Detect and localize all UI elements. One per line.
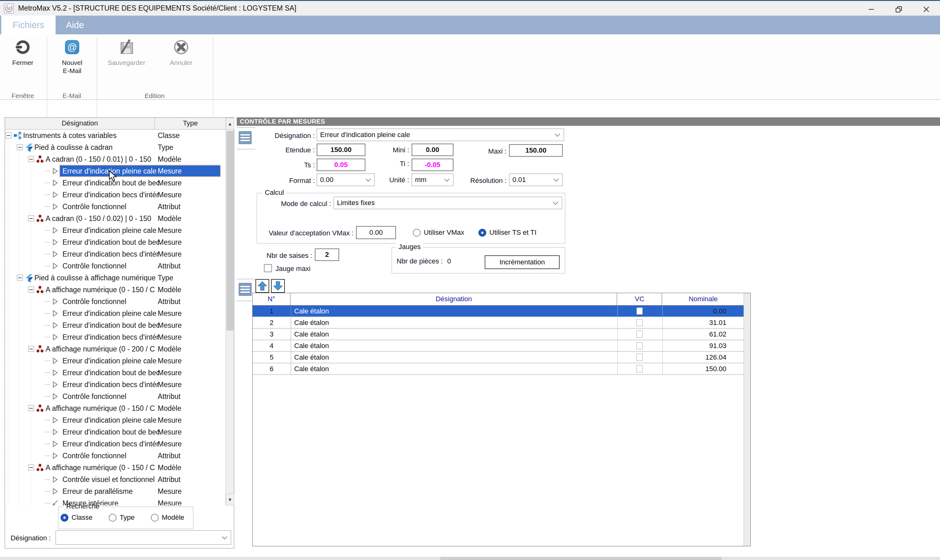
column-vc[interactable]: VC — [617, 293, 662, 306]
tree-row-designation[interactable]: Erreur d'indication pleine cale — [62, 308, 156, 319]
tree-row[interactable]: Mesure intérieureMesure — [5, 497, 226, 505]
nouvel-email-button[interactable]: @ Nouvel E-Mail — [52, 37, 92, 75]
vc-checkbox[interactable] — [636, 342, 643, 349]
cell-nominale[interactable]: 150.00 — [663, 363, 744, 374]
tree-expander-icon[interactable] — [6, 132, 12, 138]
table-row[interactable]: 2Cale étalon31.01 — [253, 317, 744, 329]
tree-row-designation[interactable]: Erreur d'indication becs d'intér — [62, 378, 159, 391]
resolution-combobox[interactable]: 0.01 — [509, 174, 563, 186]
tree-row-designation[interactable]: Pied à coulisse à affichage numérique — [34, 272, 156, 284]
vc-checkbox[interactable] — [636, 319, 643, 326]
recherche-option-type[interactable]: Type — [109, 514, 135, 522]
designation-combobox[interactable]: Erreur d'indication pleine cale — [317, 129, 564, 141]
tree-row-designation[interactable]: A cadran (0 - 150 / 0.02) | 0 - 150 — [46, 212, 151, 225]
tree-row-designation[interactable]: Contrôle fonctionnel — [62, 260, 126, 272]
tree-row[interactable]: Erreur d'indication pleine caleMesure — [5, 355, 226, 367]
tree-expander-icon[interactable] — [28, 405, 34, 411]
vc-checkbox[interactable] — [636, 331, 643, 338]
tree-expander-icon[interactable] — [17, 275, 23, 281]
tab-fichiers[interactable]: Fichiers — [1, 15, 55, 34]
cell-nominale[interactable]: 91.03 — [663, 340, 744, 351]
format-combobox[interactable]: 0.00 — [317, 174, 375, 186]
tree-row-designation[interactable]: Mesure intérieure — [62, 497, 119, 505]
tree-row[interactable]: Pied à coulisse à affichage numériqueTyp… — [5, 272, 226, 284]
fermer-button[interactable]: Fermer — [3, 37, 43, 67]
table-row[interactable]: 6Cale étalon150.00 — [253, 363, 744, 375]
tree-column-type[interactable]: Type — [155, 118, 226, 129]
table-row[interactable]: 5Cale étalon126.04 — [253, 352, 744, 363]
tree-row-designation[interactable]: Contrôle fonctionnel — [62, 201, 126, 212]
tree-expander-icon[interactable] — [28, 156, 34, 162]
tree-row-designation[interactable]: A affichage numérique (0 - 200 / C — [46, 343, 155, 355]
tree-designation-combobox[interactable] — [55, 530, 231, 545]
tree-row-designation[interactable]: Pied à coulisse à cadran — [34, 142, 113, 153]
tree-row-designation[interactable]: Erreur d'indication becs d'intér — [62, 189, 159, 201]
tree-row[interactable]: Contrôle fonctionnelAttribut — [5, 450, 226, 462]
tree-expander-icon[interactable] — [28, 286, 34, 292]
scroll-up-icon[interactable]: ▲ — [226, 118, 234, 129]
tree-row[interactable]: A cadran (0 - 150 / 0.01) | 0 - 150Modèl… — [5, 153, 226, 165]
tree-row-designation[interactable]: Contrôle visuel et fonctionnel — [62, 474, 154, 485]
jauge-maxi-checkbox[interactable] — [264, 264, 272, 272]
tree-row[interactable]: A affichage numérique (0 - 150 / CModèle — [5, 462, 226, 474]
tree-row-designation[interactable]: Erreur d'indication bout de bec — [62, 367, 160, 378]
tree-row-designation[interactable]: Instruments à cotes variables — [23, 129, 117, 142]
tree-row-designation[interactable]: Contrôle fonctionnel — [62, 391, 126, 402]
scroll-down-icon[interactable]: ▼ — [226, 494, 234, 505]
tree-row-designation[interactable]: Erreur d'indication pleine cale — [62, 414, 156, 426]
tree-row-designation[interactable]: Erreur d'indication pleine cale — [62, 225, 156, 236]
tree-row[interactable]: Erreur d'indication becs d'intérMesure — [5, 438, 226, 450]
tree-row[interactable]: Contrôle visuel et fonctionnelAttribut — [5, 474, 226, 485]
tree-row[interactable]: Erreur d'indication bout de becMesure — [5, 426, 226, 438]
radio-utiliser-ts-ti[interactable]: Utiliser TS et TI — [478, 229, 536, 237]
tree-row[interactable]: Instruments à cotes variablesClasse — [5, 129, 226, 142]
cell-designation[interactable]: Cale étalon — [291, 340, 617, 351]
column-designation[interactable]: Désignation — [291, 293, 617, 306]
tree-row[interactable]: A affichage numérique (0 - 150 / CModèle — [5, 402, 226, 414]
tree-row-designation[interactable]: Erreur d'indication pleine cale — [62, 355, 156, 367]
tree-row[interactable]: Erreur d'indication pleine caleMesure — [5, 308, 226, 319]
tree-row[interactable]: Contrôle fonctionnelAttribut — [5, 391, 226, 402]
cell-nominale[interactable]: 31.01 — [663, 317, 744, 328]
ti-field[interactable]: -0.05 — [411, 158, 453, 171]
unite-combobox[interactable]: mm — [411, 174, 453, 186]
tree-expander-icon[interactable] — [28, 465, 34, 471]
tree-expander-icon[interactable] — [28, 215, 34, 221]
tree-row[interactable]: Erreur d'indication bout de becMesure — [5, 319, 226, 331]
tree-row[interactable]: Erreur d'indication becs d'intérMesure — [5, 378, 226, 391]
sauvegarder-button[interactable]: Sauvegarder — [106, 37, 147, 67]
nbr-saises-field[interactable]: 2 — [315, 248, 339, 261]
tree-row[interactable]: Erreur d'indication bout de becMesure — [5, 367, 226, 378]
tree-row[interactable]: Erreur de parallélismeMesure — [5, 485, 226, 497]
vc-checkbox[interactable] — [636, 308, 643, 315]
tree-row-designation[interactable]: Erreur d'indication becs d'intér — [62, 248, 159, 260]
table-scrollbar[interactable] — [744, 293, 750, 546]
tree-row[interactable]: Contrôle fonctionnelAttribut — [5, 260, 226, 272]
tab-aide[interactable]: Aide — [55, 15, 94, 34]
tree-row-designation[interactable]: Erreur d'indication bout de bec — [62, 319, 160, 331]
ts-field[interactable]: 0.05 — [317, 158, 365, 171]
tree-row[interactable]: A affichage numérique (0 - 200 / CModèle — [5, 343, 226, 355]
cell-designation[interactable]: Cale étalon — [291, 329, 617, 340]
table-row[interactable]: 4Cale étalon91.03 — [253, 340, 744, 352]
cell-designation[interactable]: Cale étalon — [291, 352, 617, 363]
tree-expander-icon[interactable] — [28, 346, 34, 352]
tree-row[interactable]: Erreur d'indication pleine caleMesure — [5, 414, 226, 426]
tree-row-designation[interactable]: A affichage numérique (0 - 150 / C — [46, 284, 155, 295]
tree-row-designation[interactable]: Erreur d'indication becs d'intér — [62, 331, 159, 343]
tree-row[interactable]: Erreur d'indication bout de becMesure — [5, 236, 226, 248]
move-up-button[interactable] — [256, 279, 269, 293]
tree-row-designation[interactable]: A cadran (0 - 150 / 0.01) | 0 - 150 — [46, 153, 151, 165]
tree-row-designation[interactable]: A affichage numérique (0 - 150 / C — [46, 402, 155, 414]
tree-row-designation[interactable]: Contrôle fonctionnel — [62, 295, 126, 308]
list-menu-icon[interactable] — [239, 283, 252, 296]
tree-row[interactable]: Erreur d'indication becs d'intérMesure — [5, 248, 226, 260]
etendue-field[interactable]: 150.00 — [317, 144, 365, 156]
tree-row[interactable]: Erreur d'indication becs d'intérMesure — [5, 331, 226, 343]
radio-utiliser-vmax[interactable]: Utiliser VMax — [413, 229, 464, 237]
tree-row-designation[interactable]: Erreur d'indication becs d'intér — [62, 438, 159, 450]
cell-nominale[interactable]: 61.02 — [663, 329, 744, 340]
scrollbar-thumb[interactable] — [227, 131, 234, 331]
vmax-field[interactable]: 0.00 — [356, 226, 396, 239]
cell-nominale[interactable]: 0.00 — [663, 306, 744, 317]
